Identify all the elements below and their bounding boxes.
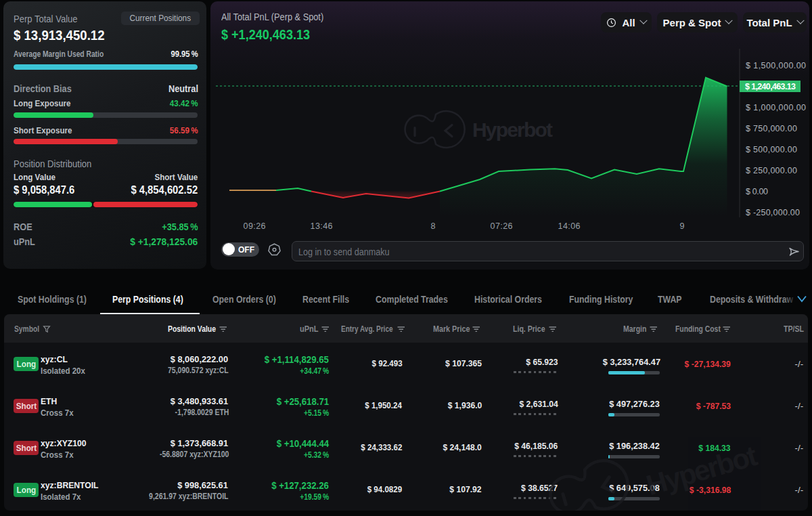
- svg-text:14:06: 14:06: [558, 221, 581, 231]
- svg-text:07:26: 07:26: [491, 221, 513, 231]
- svg-text:Hyperbot: Hyperbot: [472, 119, 553, 141]
- svg-text:$ 750,000.00: $ 750,000.00: [746, 124, 797, 133]
- svg-text:$ 0.00: $ 0.00: [746, 187, 768, 196]
- svg-text:$ 1,000,000.00: $ 1,000,000.00: [746, 103, 806, 112]
- svg-text:09:26: 09:26: [244, 221, 266, 231]
- svg-text:$ 1,240,463.13: $ 1,240,463.13: [745, 82, 796, 91]
- svg-text:Hyperbot: Hyperbot: [643, 439, 761, 501]
- svg-text:8: 8: [431, 221, 436, 231]
- svg-text:$ 1,500,000.00: $ 1,500,000.00: [746, 61, 806, 70]
- svg-text:$ 250,000.00: $ 250,000.00: [746, 166, 797, 175]
- svg-text:$ -250,000.00: $ -250,000.00: [746, 208, 800, 217]
- svg-text:13:46: 13:46: [311, 221, 333, 231]
- svg-text:$ 500,000.00: $ 500,000.00: [746, 145, 797, 154]
- svg-text:9: 9: [680, 221, 685, 231]
